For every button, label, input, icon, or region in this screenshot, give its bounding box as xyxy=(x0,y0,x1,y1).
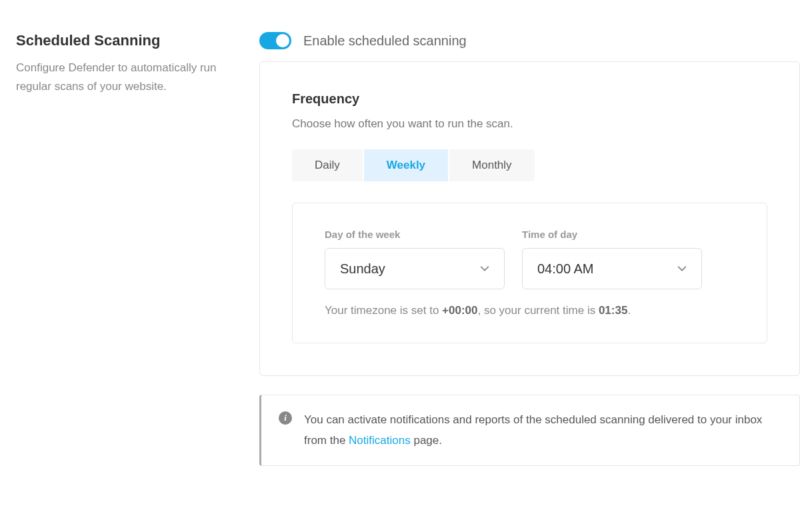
notice-text: You can activate notifications and repor… xyxy=(304,410,782,451)
tab-weekly[interactable]: Weekly xyxy=(364,149,448,181)
frequency-card: Frequency Choose how often you want to r… xyxy=(259,61,800,376)
chevron-down-icon xyxy=(480,264,489,273)
timezone-info: Your timezone is set to +00:00, so your … xyxy=(325,304,735,317)
enable-scheduled-scanning-toggle[interactable] xyxy=(259,32,291,49)
notifications-notice: i You can activate notifications and rep… xyxy=(259,395,800,466)
time-of-day-value: 04:00 AM xyxy=(537,261,594,277)
tz-time: 01:35 xyxy=(599,304,627,317)
tab-monthly[interactable]: Monthly xyxy=(449,149,535,181)
frequency-tabs: Daily Weekly Monthly xyxy=(292,149,767,181)
tz-value: +00:00 xyxy=(442,304,477,317)
day-of-week-label: Day of the week xyxy=(325,229,505,240)
time-of-day-select[interactable]: 04:00 AM xyxy=(522,248,702,289)
tz-pre: Your timezone is set to xyxy=(325,304,442,317)
notifications-link[interactable]: Notifications xyxy=(349,434,411,447)
section-description: Configure Defender to automatically run … xyxy=(16,59,236,96)
day-of-week-select[interactable]: Sunday xyxy=(325,248,505,289)
tz-mid: , so your current time is xyxy=(478,304,599,317)
toggle-label: Enable scheduled scanning xyxy=(303,33,467,49)
tab-daily[interactable]: Daily xyxy=(292,149,363,181)
time-of-day-label: Time of day xyxy=(522,229,702,240)
schedule-settings: Day of the week Sunday Time of day 04:00… xyxy=(292,203,767,343)
day-of-week-value: Sunday xyxy=(340,261,385,277)
info-icon: i xyxy=(279,411,292,425)
notice-post: page. xyxy=(411,434,442,447)
tz-post: . xyxy=(627,304,631,317)
chevron-down-icon xyxy=(677,264,687,273)
section-title: Scheduled Scanning xyxy=(16,32,236,49)
frequency-subtitle: Choose how often you want to run the sca… xyxy=(292,117,767,131)
frequency-title: Frequency xyxy=(292,91,767,107)
